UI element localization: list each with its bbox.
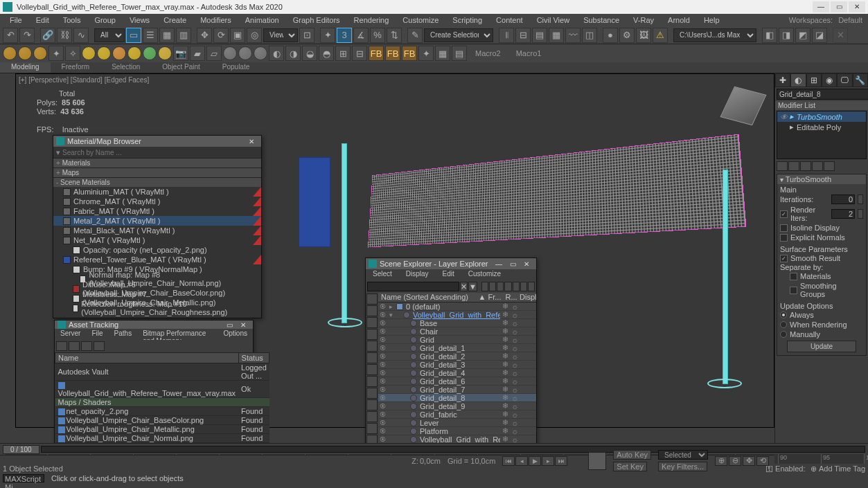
sep-sg-check[interactable] xyxy=(790,287,797,294)
misc-tool-1[interactable]: ◐ xyxy=(269,46,284,61)
material-sphere-3[interactable] xyxy=(33,46,47,60)
align-button[interactable]: ⊟ xyxy=(515,28,531,43)
scale-button[interactable]: ▣ xyxy=(230,28,245,43)
filter-light[interactable] xyxy=(366,317,378,328)
render-icon[interactable]: ☼ xyxy=(510,352,520,361)
menu-arnold[interactable]: Arnold xyxy=(661,15,697,26)
auto-key-button[interactable]: Auto Key xyxy=(613,450,651,460)
render-icon[interactable]: ☼ xyxy=(510,377,520,386)
menu-v-ray[interactable]: V-Ray xyxy=(626,15,661,26)
filter-ext-2[interactable] xyxy=(366,399,378,410)
utilities-tab[interactable]: 🔧 xyxy=(853,73,868,87)
material-browser-close[interactable]: ✕ xyxy=(245,138,258,145)
modify-tab[interactable]: ◐ xyxy=(790,73,806,87)
play-button[interactable]: ▶ xyxy=(529,456,541,466)
snap-toggle[interactable]: 3 xyxy=(337,28,352,43)
configure-sets-button[interactable] xyxy=(824,161,835,171)
visibility-icon[interactable]: ⦿ xyxy=(378,411,387,418)
scene-row[interactable]: ⦿Grid_detail_4❄☼ xyxy=(378,369,536,377)
spinner-snap-button[interactable]: ⇅ xyxy=(387,28,402,43)
pin-stack-button[interactable] xyxy=(777,161,788,171)
next-frame-button[interactable]: ▸ xyxy=(542,456,554,466)
move-button[interactable]: ✥ xyxy=(197,28,212,43)
render-icon[interactable]: ☼ xyxy=(510,344,520,352)
iterations-stepper[interactable] xyxy=(858,195,863,204)
sphere-grey-2[interactable] xyxy=(238,46,252,60)
scene-tb-5[interactable] xyxy=(513,282,520,291)
maximize-button[interactable]: ▭ xyxy=(831,1,847,12)
scene-row[interactable]: ⦿Grid_detail_6❄☼ xyxy=(378,377,536,386)
scene-menu-select[interactable]: Select xyxy=(366,269,399,280)
asset-row[interactable]: Autodesk VaultLogged Out ... xyxy=(55,363,269,381)
update-always-radio[interactable] xyxy=(780,311,787,318)
selection-filter[interactable]: All xyxy=(94,28,125,42)
menu-civil-view[interactable]: Civil View xyxy=(530,15,576,26)
scene-row[interactable]: ⦿Grid_detail_1❄☼ xyxy=(378,344,536,352)
material-row[interactable]: Aluminium_MAT ( VRayMtl ) xyxy=(53,187,261,197)
set-key-button[interactable]: Set Key xyxy=(613,462,647,471)
render-icon[interactable]: ☼ xyxy=(510,394,520,402)
render-iters-stepper[interactable] xyxy=(858,209,863,219)
light-sphere-1[interactable] xyxy=(82,46,96,60)
render-setup-button[interactable]: ⚙ xyxy=(619,28,635,43)
fb-button-3[interactable]: FB xyxy=(402,46,417,61)
menu-scripting[interactable]: Scripting xyxy=(445,15,489,26)
filter-ext-1[interactable] xyxy=(366,388,378,399)
named-selection-set[interactable]: Create Selection Se xyxy=(424,28,493,42)
render-icon[interactable]: ☼ xyxy=(510,427,520,435)
isoline-check[interactable] xyxy=(780,224,788,232)
filter-particle[interactable] xyxy=(366,376,378,387)
modifier-stack[interactable]: 👁▸TurboSmooth ▸Editable Poly xyxy=(777,111,867,159)
scene-tb-2[interactable] xyxy=(489,282,496,291)
material-row[interactable]: Fabric_MAT ( VRayMtl ) xyxy=(53,206,261,216)
light-sphere-3[interactable] xyxy=(112,46,126,60)
material-row[interactable]: Refereel_Tower_Blue_MAT ( VRayMtl ) xyxy=(53,255,261,264)
scene-materials-category[interactable]: Scene Materials xyxy=(53,177,261,187)
filter-bone[interactable] xyxy=(366,364,378,375)
filter-geom[interactable] xyxy=(366,293,378,305)
show-end-result-button[interactable] xyxy=(788,161,799,171)
goto-end-button[interactable]: ⏭ xyxy=(555,456,567,466)
nav-tool-4[interactable]: ⟲ xyxy=(756,456,769,466)
nav-tool-3[interactable]: ✥ xyxy=(743,456,755,466)
remove-modifier-button[interactable] xyxy=(812,161,823,171)
visibility-icon[interactable]: ⦿ xyxy=(378,436,387,443)
vray-button-1[interactable]: ◧ xyxy=(762,28,777,43)
view-cube[interactable] xyxy=(720,87,767,126)
misc-tool-8[interactable]: ▦ xyxy=(435,46,450,61)
menu-content[interactable]: Content xyxy=(489,15,530,26)
motion-tab[interactable]: ◉ xyxy=(822,73,837,87)
explicit-check[interactable] xyxy=(780,234,788,242)
viewport-label[interactable]: [+] [Perspective] [Standard] [Edged Face… xyxy=(19,76,149,84)
modifier-list-label[interactable]: Modifier List xyxy=(775,101,868,110)
render-tool-2[interactable]: ▱ xyxy=(206,46,222,61)
material-row[interactable]: Metal_Black_MAT ( VRayMtl ) xyxy=(53,226,261,235)
visibility-icon[interactable]: ⦿ xyxy=(378,336,387,343)
material-row[interactable]: Chrome_MAT ( VRayMtl ) xyxy=(53,197,261,206)
smooth-result-check[interactable]: ✓ xyxy=(780,255,788,262)
visibility-icon[interactable]: ⦿ xyxy=(378,361,387,368)
window-crossing-button[interactable]: ▥ xyxy=(176,28,191,43)
layer-explorer-button[interactable]: ▤ xyxy=(532,28,547,43)
render-iters-check[interactable]: ✓ xyxy=(780,210,788,218)
hierarchy-tab[interactable]: ⊞ xyxy=(806,73,822,87)
scene-col-display[interactable]: Displ xyxy=(520,293,536,302)
set-key-big-button[interactable] xyxy=(588,452,606,470)
misc-tool-3[interactable]: ◒ xyxy=(302,46,317,61)
select-name-button[interactable]: ☰ xyxy=(143,28,158,43)
nav-tool-1[interactable]: ⊕ xyxy=(715,456,727,466)
asset-tool-4[interactable] xyxy=(94,341,105,351)
asset-tool-1[interactable] xyxy=(56,341,67,351)
minimize-button[interactable]: — xyxy=(813,1,829,12)
menu-views[interactable]: Views xyxy=(123,15,157,26)
scene-row[interactable]: ⦿Lever❄☼ xyxy=(378,419,536,427)
scene-row[interactable]: ⦿Grid_detail_7❄☼ xyxy=(378,386,536,394)
filter-helper[interactable] xyxy=(366,341,378,352)
filter-camera[interactable] xyxy=(366,329,378,340)
material-row[interactable]: Opacity: opacity (net_opacity_2.png) xyxy=(53,245,261,255)
modifier-turbosmooth[interactable]: 👁▸TurboSmooth xyxy=(777,111,866,122)
manipulate-button[interactable]: ✦ xyxy=(320,28,335,43)
maxscript-mini[interactable]: MAXScript Mi xyxy=(3,474,44,482)
filter-ext-3[interactable] xyxy=(366,411,378,422)
curve-editor-button[interactable]: 〰 xyxy=(565,28,581,43)
